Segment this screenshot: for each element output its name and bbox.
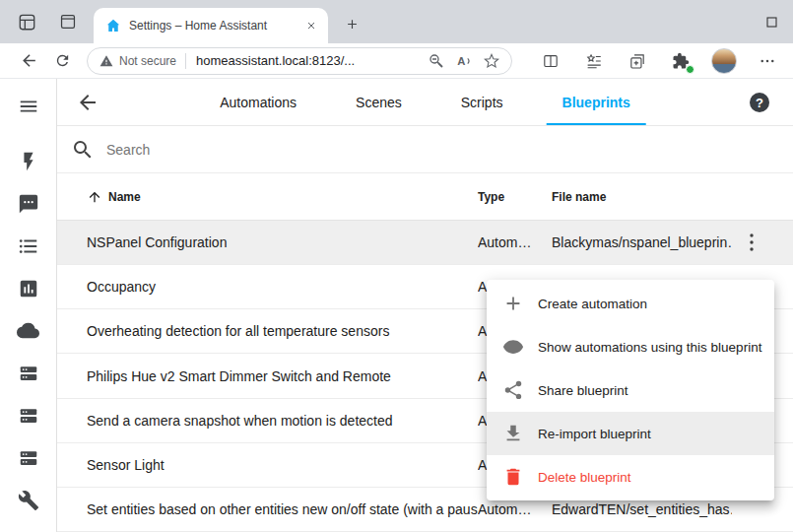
menu-item-share-blueprint[interactable]: Share blueprint bbox=[487, 368, 774, 412]
sidebar-item-developer-tools[interactable] bbox=[5, 479, 52, 521]
maximize-button[interactable] bbox=[766, 0, 777, 43]
home-assistant-favicon bbox=[105, 18, 121, 33]
blueprint-context-menu: Create automation Show automations using… bbox=[487, 280, 774, 500]
avatar bbox=[711, 48, 737, 74]
browser-toolbar: Not secure homeassistant.local:8123/... … bbox=[0, 43, 793, 79]
browser-menu-icon[interactable] bbox=[754, 47, 781, 75]
sidebar-item-server-2[interactable] bbox=[5, 394, 52, 436]
workspaces-icon[interactable] bbox=[12, 7, 41, 36]
svg-text:?: ? bbox=[756, 95, 763, 109]
sidebar-item-server-3[interactable] bbox=[5, 436, 52, 479]
browser-tab[interactable]: Settings – Home Assistant bbox=[94, 8, 328, 43]
sidebar-item-energy[interactable] bbox=[5, 140, 52, 182]
delete-icon bbox=[502, 466, 524, 488]
tab-scenes[interactable]: Scenes bbox=[326, 79, 431, 125]
tab-automations[interactable]: Automations bbox=[190, 79, 326, 125]
table-header: Name Type File name bbox=[57, 173, 793, 221]
browser-titlebar: Settings – Home Assistant bbox=[0, 0, 793, 43]
extensions-icon[interactable] bbox=[667, 47, 694, 75]
security-label: Not secure bbox=[119, 54, 176, 68]
ha-back-icon[interactable] bbox=[76, 91, 99, 114]
column-header-name[interactable]: Name bbox=[108, 190, 141, 204]
eye-icon bbox=[502, 336, 524, 358]
tab-actions-icon[interactable] bbox=[53, 7, 83, 36]
tab-close-icon[interactable] bbox=[300, 15, 322, 36]
svg-text:A: A bbox=[457, 54, 465, 66]
tab-title: Settings – Home Assistant bbox=[129, 19, 300, 33]
plus-icon bbox=[502, 293, 524, 314]
sidebar-item-cloud[interactable] bbox=[5, 309, 52, 352]
split-screen-icon[interactable] bbox=[537, 47, 564, 75]
menu-item-show-automations[interactable]: Show automations using this blueprint bbox=[487, 325, 774, 368]
download-icon bbox=[502, 423, 524, 444]
sidebar-item-logbook[interactable] bbox=[5, 182, 52, 225]
favorites-hub-icon[interactable] bbox=[580, 47, 608, 75]
search-icon bbox=[71, 138, 95, 162]
back-icon[interactable] bbox=[12, 46, 45, 76]
column-header-type[interactable]: Type bbox=[478, 190, 552, 204]
sidebar-item-history[interactable] bbox=[5, 267, 52, 309]
share-icon bbox=[502, 379, 524, 401]
menu-item-delete-blueprint[interactable]: Delete blueprint bbox=[487, 455, 774, 499]
ha-sidebar bbox=[0, 79, 57, 532]
sort-arrow-up-icon[interactable] bbox=[87, 189, 102, 205]
new-tab-button[interactable] bbox=[339, 11, 364, 36]
column-header-file[interactable]: File name bbox=[552, 190, 732, 204]
sidebar-item-todo-list[interactable] bbox=[5, 225, 52, 267]
zoom-out-icon[interactable] bbox=[423, 49, 450, 73]
ha-header: Automations Scenes Scripts Blueprints ? bbox=[57, 79, 793, 126]
profile-avatar[interactable] bbox=[710, 47, 738, 75]
address-bar[interactable]: Not secure homeassistant.local:8123/... … bbox=[87, 47, 512, 75]
favorite-star-icon[interactable] bbox=[478, 49, 505, 73]
refresh-icon[interactable] bbox=[45, 46, 79, 76]
search-bar bbox=[57, 126, 793, 173]
status-green-dot bbox=[686, 65, 694, 74]
tab-scripts[interactable]: Scripts bbox=[431, 79, 533, 125]
table-row[interactable]: NSPanel Configuration Autom… Blackymas/n… bbox=[57, 221, 793, 265]
menu-item-reimport-blueprint[interactable]: Re-import blueprint bbox=[487, 412, 774, 455]
not-secure-warning-icon[interactable] bbox=[99, 54, 113, 68]
collections-icon[interactable] bbox=[624, 47, 651, 75]
sidebar-menu-icon[interactable] bbox=[5, 83, 52, 130]
tab-blueprints[interactable]: Blueprints bbox=[533, 79, 660, 125]
row-overflow-menu-icon[interactable] bbox=[740, 231, 763, 254]
read-aloud-icon[interactable]: A bbox=[450, 49, 478, 73]
address-divider bbox=[185, 53, 186, 69]
search-input[interactable] bbox=[106, 142, 402, 158]
help-icon[interactable]: ? bbox=[748, 91, 771, 114]
ha-tab-bar: Automations Scenes Scripts Blueprints bbox=[190, 79, 660, 125]
menu-item-create-automation[interactable]: Create automation bbox=[487, 282, 774, 325]
url-text[interactable]: homeassistant.local:8123/... bbox=[196, 53, 423, 68]
sidebar-item-server-1[interactable] bbox=[5, 352, 52, 394]
